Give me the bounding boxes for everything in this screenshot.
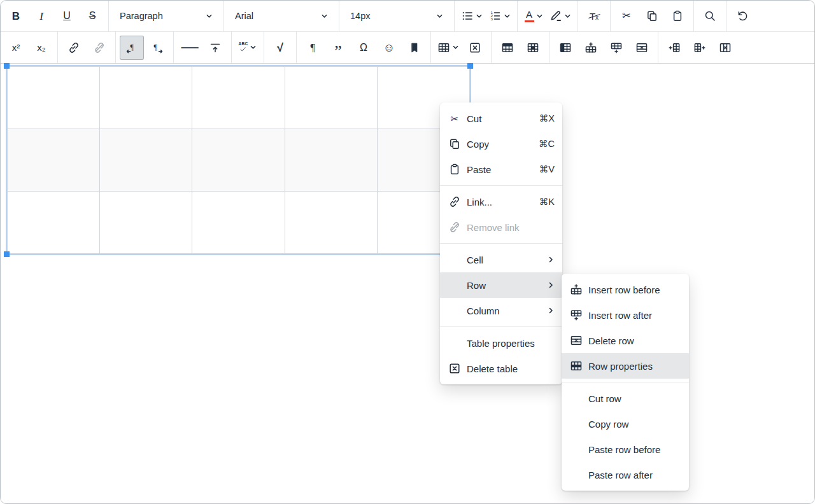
context-menu-item-cut[interactable]: ✂Cut⌘X bbox=[440, 106, 562, 131]
svg-text:¶: ¶ bbox=[131, 43, 134, 50]
context-menu-item-delete-table[interactable]: Delete table bbox=[440, 356, 562, 381]
editor-body[interactable]: ✂Cut⌘XCopy⌘CPaste⌘VLink...⌘KRemove linkC… bbox=[1, 64, 814, 503]
menu-item-label: Remove link bbox=[467, 222, 555, 233]
row-submenu-item-paste-row-before[interactable]: Paste row before bbox=[562, 437, 689, 462]
context-menu-item-row[interactable]: Row bbox=[440, 272, 562, 298]
superscript-button[interactable]: x² bbox=[4, 36, 28, 60]
text-color-letter: A bbox=[526, 10, 532, 19]
table-cell-r2c1[interactable] bbox=[8, 129, 100, 192]
row-submenu-item-row-properties[interactable]: Row properties bbox=[562, 353, 689, 379]
insert-formula-button[interactable]: √ bbox=[268, 36, 292, 60]
direction-rtl-button[interactable]: ¶ bbox=[145, 36, 169, 60]
insert-table-button[interactable] bbox=[435, 36, 462, 60]
table-cell-r2c4[interactable] bbox=[285, 129, 377, 192]
italic-button[interactable]: I bbox=[29, 4, 53, 28]
context-menu-item-link[interactable]: Link...⌘K bbox=[440, 189, 562, 214]
text-color-icon: A bbox=[525, 10, 534, 23]
emoji-button[interactable]: ☺ bbox=[377, 36, 401, 60]
table-cell-r3c4[interactable] bbox=[285, 192, 377, 254]
table-cell-r1c2[interactable] bbox=[100, 67, 192, 129]
table-cell-r2c3[interactable] bbox=[192, 129, 285, 192]
context-menu-item-table-properties[interactable]: Table properties bbox=[440, 330, 562, 356]
table-cell-r2c2[interactable] bbox=[100, 129, 192, 192]
row-submenu-item-insert-row-after[interactable]: Insert row after bbox=[562, 302, 689, 328]
blockquote-button[interactable]: ” bbox=[326, 36, 350, 60]
delete-row-button[interactable] bbox=[630, 36, 654, 60]
delete-column-button[interactable] bbox=[713, 36, 737, 60]
toolbar-separator bbox=[430, 32, 431, 63]
table-row-properties-button[interactable] bbox=[495, 36, 520, 60]
page-break-button[interactable] bbox=[203, 36, 227, 60]
paragraph-marks-button[interactable]: ¶ bbox=[301, 36, 325, 60]
insert-row-before-icon bbox=[570, 283, 583, 296]
row-submenu-item-cut-row[interactable]: Cut row bbox=[562, 386, 689, 411]
menu-item-label: Insert row before bbox=[588, 284, 681, 295]
context-menu-item-cell[interactable]: Cell bbox=[440, 247, 562, 272]
block-format-select[interactable]: Paragraph bbox=[112, 1, 220, 32]
menu-item-label: Paste row after bbox=[588, 470, 681, 480]
row-submenu-item-insert-row-before[interactable]: Insert row before bbox=[562, 277, 689, 302]
insert-row-after-icon bbox=[570, 309, 583, 321]
underline-button[interactable]: U bbox=[55, 4, 79, 28]
spellcheck-icon: ABC bbox=[239, 42, 248, 53]
insert-column-after-icon bbox=[693, 41, 706, 54]
rich-text-editor: B I U S Paragraph Arial 14px bbox=[0, 0, 815, 504]
copy-button[interactable] bbox=[640, 4, 664, 28]
table-cell-r3c1[interactable] bbox=[8, 192, 100, 254]
chevron-down-icon bbox=[476, 13, 483, 20]
row-submenu-item-paste-row-after[interactable]: Paste row after bbox=[562, 462, 689, 487]
anchor-button[interactable] bbox=[402, 36, 427, 60]
delete-table-icon bbox=[448, 362, 461, 375]
delete-column-icon bbox=[719, 41, 732, 54]
bullet-list-button[interactable] bbox=[458, 4, 485, 28]
insert-link-button[interactable] bbox=[62, 36, 86, 60]
subscript-button[interactable]: x₂ bbox=[29, 36, 53, 60]
spellcheck-button[interactable]: ABC bbox=[236, 36, 260, 60]
table-header-column-button[interactable] bbox=[553, 36, 578, 60]
row-properties-icon bbox=[570, 360, 583, 372]
font-size-select[interactable]: 14px bbox=[343, 1, 451, 32]
strikethrough-button[interactable]: S bbox=[80, 4, 104, 28]
context-menu-item-remove-link: Remove link bbox=[440, 214, 562, 240]
insert-row-before-button[interactable] bbox=[579, 36, 603, 60]
delete-table-button[interactable] bbox=[463, 36, 487, 60]
insert-column-after-button[interactable] bbox=[688, 36, 712, 60]
block-format-value: Paragraph bbox=[120, 11, 163, 21]
delete-table-icon bbox=[469, 41, 481, 54]
bold-button[interactable]: B bbox=[4, 4, 28, 28]
cut-button[interactable]: ✂ bbox=[614, 4, 639, 28]
row-submenu-item-copy-row[interactable]: Copy row bbox=[562, 411, 689, 437]
context-menu-item-copy[interactable]: Copy⌘C bbox=[440, 131, 562, 157]
link-icon bbox=[67, 41, 80, 54]
insert-row-after-button[interactable] bbox=[604, 36, 628, 60]
toolbar-separator bbox=[693, 1, 694, 31]
font-family-select[interactable]: Arial bbox=[227, 1, 336, 32]
search-button[interactable] bbox=[698, 4, 722, 28]
copy-icon bbox=[646, 10, 658, 22]
highlight-color-button[interactable] bbox=[547, 4, 574, 28]
horizontal-rule-button[interactable]: — bbox=[178, 36, 202, 60]
numbered-list-button[interactable]: 123 bbox=[486, 4, 513, 28]
insert-column-before-button[interactable] bbox=[662, 36, 686, 60]
context-menu-item-paste[interactable]: Paste⌘V bbox=[440, 157, 562, 182]
table-cell-r1c4[interactable] bbox=[285, 67, 377, 129]
row-submenu-item-delete-row[interactable]: Delete row bbox=[562, 328, 689, 353]
undo-button[interactable] bbox=[730, 4, 755, 28]
paste-button[interactable] bbox=[665, 4, 690, 28]
menu-item-shortcut: ⌘X bbox=[539, 113, 555, 123]
context-menu-item-column[interactable]: Column bbox=[440, 298, 562, 323]
table-resize-handle-top-right[interactable] bbox=[467, 63, 473, 69]
special-character-button[interactable]: Ω bbox=[351, 36, 376, 60]
table-cell-properties-button[interactable] bbox=[521, 36, 545, 60]
table-resize-handle-bottom-left[interactable] bbox=[4, 251, 10, 257]
clear-formatting-button[interactable]: Tx bbox=[582, 4, 606, 28]
context-menu: ✂Cut⌘XCopy⌘CPaste⌘VLink...⌘KRemove linkC… bbox=[440, 102, 562, 384]
direction-ltr-button[interactable]: ¶ bbox=[120, 36, 144, 60]
table-cell-r1c3[interactable] bbox=[192, 67, 285, 129]
table-cell-r1c1[interactable] bbox=[8, 67, 100, 129]
table-cell-r3c2[interactable] bbox=[100, 192, 192, 254]
menu-item-label: Copy row bbox=[588, 419, 681, 430]
table-cell-r3c3[interactable] bbox=[192, 192, 285, 254]
text-color-button[interactable]: A bbox=[521, 4, 546, 28]
table-resize-handle-top-left[interactable] bbox=[4, 63, 10, 69]
